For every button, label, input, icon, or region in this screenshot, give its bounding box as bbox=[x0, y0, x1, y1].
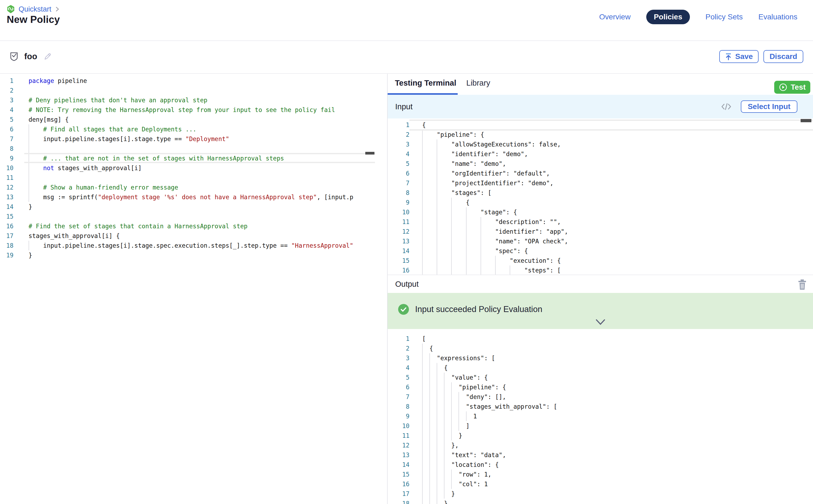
chevron-down-icon[interactable] bbox=[595, 319, 606, 326]
current-line-bottom-border bbox=[410, 129, 813, 131]
input-section-title: Input bbox=[395, 102, 413, 111]
input-line-numbers: 12345678910111213141516 bbox=[387, 120, 410, 275]
output-section-title: Output bbox=[395, 280, 419, 289]
scrollbar-thumb[interactable] bbox=[365, 152, 374, 155]
tab-evaluations[interactable]: Evaluations bbox=[758, 13, 797, 21]
terminal-tabs: Testing Terminal Library Test bbox=[387, 74, 813, 95]
breadcrumb-project-link[interactable]: Quickstart bbox=[19, 5, 51, 13]
tab-policy-sets[interactable]: Policy Sets bbox=[706, 13, 743, 21]
output-section-header: Output bbox=[387, 275, 813, 293]
tab-overview[interactable]: Overview bbox=[599, 13, 631, 21]
tab-library[interactable]: Library bbox=[466, 79, 490, 87]
code-brackets-icon[interactable] bbox=[721, 102, 732, 111]
save-button-label: Save bbox=[735, 52, 753, 61]
current-line-bottom-border bbox=[24, 162, 375, 163]
discard-button[interactable]: Discard bbox=[763, 50, 803, 63]
evaluation-result-message: Input succeeded Policy Evaluation bbox=[415, 305, 542, 314]
tab-testing-terminal[interactable]: Testing Terminal bbox=[395, 79, 456, 87]
current-line-top-border bbox=[24, 153, 375, 154]
evaluation-result-banner: Input succeeded Policy Evaluation bbox=[387, 293, 813, 329]
policy-code-editor[interactable]: 12345678910111213141516171819 package pi… bbox=[0, 74, 375, 265]
top-nav: Overview Policies Policy Sets Evaluation… bbox=[599, 10, 797, 24]
page-title: New Policy bbox=[7, 14, 60, 25]
test-button-label: Test bbox=[791, 83, 806, 92]
input-json-editor[interactable]: 12345678910111213141516 {"pipeline": {"a… bbox=[387, 118, 813, 275]
scrollbar-thumb[interactable] bbox=[801, 119, 811, 122]
input-code: {"pipeline": {"allowStageExecutions": fa… bbox=[410, 120, 568, 275]
testing-panel: Testing Terminal Library Test Input Sele… bbox=[387, 74, 813, 504]
policy-line-numbers: 12345678910111213141516171819 bbox=[0, 76, 13, 265]
harness-logo-icon bbox=[7, 5, 15, 13]
success-check-icon bbox=[398, 304, 409, 315]
discard-button-label: Discard bbox=[770, 52, 797, 61]
policy-name: foo bbox=[24, 52, 37, 61]
select-input-label: Select Input bbox=[748, 102, 791, 111]
current-line-top-border bbox=[410, 120, 813, 121]
trash-icon[interactable] bbox=[797, 279, 807, 290]
edit-pencil-icon[interactable] bbox=[43, 52, 52, 61]
select-input-button[interactable]: Select Input bbox=[741, 100, 797, 113]
header-divider bbox=[0, 40, 813, 41]
test-button[interactable]: Test bbox=[774, 81, 810, 94]
policy-editor-page: Quickstart New Policy Overview Policies … bbox=[0, 0, 813, 504]
tab-policies[interactable]: Policies bbox=[646, 10, 690, 24]
input-section-header: Input Select Input bbox=[387, 95, 813, 118]
breadcrumb-chevron-icon bbox=[55, 6, 60, 12]
breadcrumb: Quickstart bbox=[7, 5, 60, 13]
output-line-numbers: 123456789101112131415161718 bbox=[387, 334, 410, 504]
upload-icon bbox=[725, 53, 732, 60]
shield-check-icon bbox=[10, 52, 18, 61]
play-icon bbox=[779, 83, 787, 92]
output-json-editor[interactable]: 123456789101112131415161718 [{"expressio… bbox=[387, 329, 813, 504]
output-code: [{"expressions": [{"value": {"pipeline":… bbox=[410, 334, 557, 504]
policy-code: package pipeline# Deny pipelines that do… bbox=[13, 76, 353, 265]
save-button[interactable]: Save bbox=[719, 50, 759, 63]
